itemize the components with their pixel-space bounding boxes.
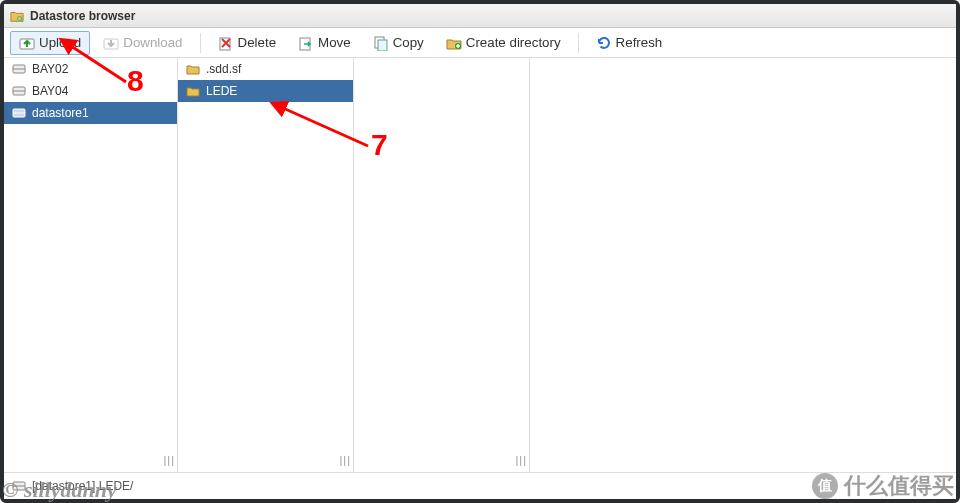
disk-icon	[12, 62, 26, 76]
refresh-icon	[596, 35, 612, 51]
folder-column-3	[530, 58, 956, 472]
delete-icon	[218, 35, 234, 51]
folder-item[interactable]: .sdd.sf	[178, 58, 353, 80]
datastore-browser-icon	[10, 9, 24, 23]
resize-handle[interactable]: |||	[163, 454, 175, 466]
folder-label: LEDE	[206, 84, 237, 98]
upload-icon	[19, 35, 35, 51]
folder-icon	[186, 62, 200, 76]
create-directory-button[interactable]: Create directory	[437, 31, 570, 55]
window-frame: Datastore browser Upload Download Delete…	[0, 0, 960, 503]
folder-icon	[186, 84, 200, 98]
watermark-left: © sillydanny	[2, 477, 117, 503]
toolbar: Upload Download Delete Move Copy Create …	[4, 28, 956, 58]
disk-icon	[12, 84, 26, 98]
folder-item[interactable]: LEDE	[178, 80, 353, 102]
delete-button[interactable]: Delete	[209, 31, 286, 55]
copy-icon	[373, 35, 389, 51]
upload-button[interactable]: Upload	[10, 31, 90, 55]
delete-label: Delete	[238, 35, 277, 50]
toolbar-separator	[578, 33, 579, 53]
resize-handle[interactable]: |||	[515, 454, 527, 466]
datastore-item[interactable]: datastore1	[4, 102, 177, 124]
watermark-badge: 值	[812, 473, 838, 499]
move-button[interactable]: Move	[289, 31, 360, 55]
move-label: Move	[318, 35, 351, 50]
datastore-label: BAY04	[32, 84, 68, 98]
folder-label: .sdd.sf	[206, 62, 241, 76]
download-icon	[103, 35, 119, 51]
window-title: Datastore browser	[30, 9, 135, 23]
content-area: BAY02 BAY04 datastore1 ||| .sdd.sf LEDE …	[4, 58, 956, 473]
toolbar-separator	[200, 33, 201, 53]
create-directory-label: Create directory	[466, 35, 561, 50]
download-button: Download	[94, 31, 191, 55]
watermark-text: 什么值得买	[844, 471, 954, 501]
download-label: Download	[123, 35, 182, 50]
folder-column-2: |||	[354, 58, 530, 472]
upload-label: Upload	[39, 35, 81, 50]
refresh-button[interactable]: Refresh	[587, 31, 672, 55]
resize-handle[interactable]: |||	[339, 454, 351, 466]
datastore-label: datastore1	[32, 106, 89, 120]
disk-icon	[12, 106, 26, 120]
datastore-item[interactable]: BAY04	[4, 80, 177, 102]
svg-rect-7	[378, 40, 387, 51]
move-icon	[298, 35, 314, 51]
copy-label: Copy	[393, 35, 424, 50]
datastore-item[interactable]: BAY02	[4, 58, 177, 80]
title-bar: Datastore browser	[4, 4, 956, 28]
folder-column-1: .sdd.sf LEDE |||	[178, 58, 354, 472]
watermark-right: 值 什么值得买	[812, 471, 954, 501]
datastore-column: BAY02 BAY04 datastore1 |||	[4, 58, 178, 472]
refresh-label: Refresh	[616, 35, 663, 50]
create-directory-icon	[446, 35, 462, 51]
datastore-label: BAY02	[32, 62, 68, 76]
copy-button[interactable]: Copy	[364, 31, 433, 55]
